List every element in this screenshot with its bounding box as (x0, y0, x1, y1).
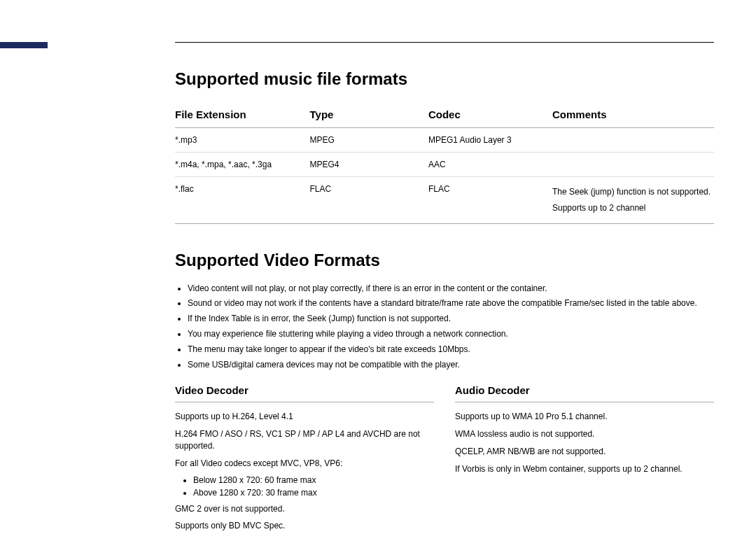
top-rule (175, 42, 714, 43)
table-row: *.mp3 MPEG MPEG1 Audio Layer 3 (175, 128, 714, 153)
cell-ext: *.mp3 (175, 128, 310, 153)
audio-decoder-heading: Audio Decoder (455, 384, 714, 402)
note-item: If the Index Table is in error, the Seek… (188, 313, 714, 325)
note-item: The menu may take longer to appear if th… (188, 344, 714, 356)
cell-ext: *.flac (175, 177, 310, 224)
video-notes-list: Video content will not play, or not play… (175, 283, 714, 371)
cell-ext: *.m4a, *.mpa, *.aac, *.3ga (175, 153, 310, 177)
cell-type: MPEG (310, 128, 428, 153)
table-row: *.m4a, *.mpa, *.aac, *.3ga MPEG4 AAC (175, 153, 714, 177)
video-decoder-column: Video Decoder Supports up to H.264, Leve… (175, 384, 434, 534)
decoder-sublist: Below 1280 x 720: 60 frame max Above 128… (175, 475, 434, 498)
note-item: Sound or video may not work if the conte… (188, 297, 714, 309)
cell-codec: MPEG1 Audio Layer 3 (428, 128, 552, 153)
note-item: Video content will not play, or not play… (188, 283, 714, 295)
cell-type: MPEG4 (310, 153, 428, 177)
decoder-line: H.264 FMO / ASO / RS, VC1 SP / MP / AP L… (175, 428, 434, 452)
col-header-codec: Codec (428, 101, 552, 128)
note-item: Some USB/digital camera devices may not … (188, 359, 714, 371)
page-content: Supported music file formats File Extens… (175, 42, 714, 534)
decoder-bullet: Above 1280 x 720: 30 frame max (193, 488, 434, 498)
table-row: *.flac FLAC FLAC The Seek (jump) functio… (175, 177, 714, 224)
col-header-extension: File Extension (175, 101, 310, 128)
col-header-comments: Comments (552, 101, 714, 128)
cell-codec: AAC (428, 153, 552, 177)
decoder-line: Supports up to WMA 10 Pro 5.1 channel. (455, 411, 714, 423)
decoder-line: If Vorbis is only in Webm container, sup… (455, 463, 714, 475)
decoder-bullet: Below 1280 x 720: 60 frame max (193, 475, 434, 485)
cell-comments (552, 153, 714, 177)
cell-codec: FLAC (428, 177, 552, 224)
decoder-section: Video Decoder Supports up to H.264, Leve… (175, 384, 714, 534)
cell-type: FLAC (310, 177, 428, 224)
music-formats-heading: Supported music file formats (175, 69, 714, 89)
audio-decoder-column: Audio Decoder Supports up to WMA 10 Pro … (455, 384, 714, 534)
video-decoder-heading: Video Decoder (175, 384, 434, 402)
note-item: You may experience file stuttering while… (188, 328, 714, 340)
decoder-line: WMA lossless audio is not supported. (455, 428, 714, 440)
comment-line: Supports up to 2 channel (552, 200, 714, 216)
decoder-line: GMC 2 over is not supported. (175, 503, 434, 515)
col-header-type: Type (310, 101, 428, 128)
cell-comments (552, 128, 714, 153)
music-formats-table: File Extension Type Codec Comments *.mp3… (175, 101, 714, 224)
video-formats-heading: Supported Video Formats (175, 251, 714, 270)
cell-comments: The Seek (jump) function is not supporte… (552, 177, 714, 224)
decoder-line: For all Video codecs except MVC, VP8, VP… (175, 458, 434, 470)
comment-line: The Seek (jump) function is not supporte… (552, 184, 714, 200)
side-accent-bar (0, 42, 48, 48)
decoder-line: Supports up to H.264, Level 4.1 (175, 411, 434, 423)
decoder-line: Supports only BD MVC Spec. (175, 520, 434, 532)
decoder-line: QCELP, AMR NB/WB are not supported. (455, 446, 714, 458)
